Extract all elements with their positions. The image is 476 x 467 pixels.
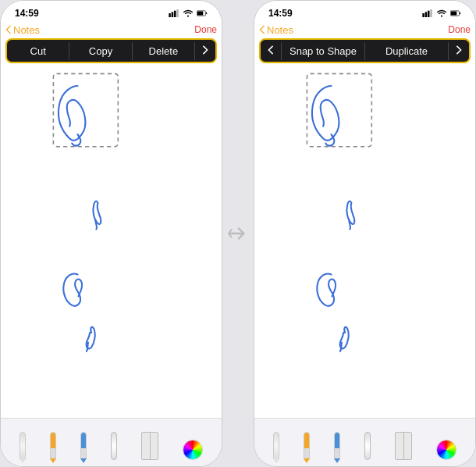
right-back-label: Notes bbox=[267, 24, 293, 36]
r-pencil-white-icon bbox=[273, 432, 279, 460]
copy-button[interactable]: Copy bbox=[69, 42, 132, 60]
wifi-icon bbox=[183, 9, 194, 17]
transition-arrow bbox=[222, 223, 254, 244]
back-button[interactable] bbox=[261, 42, 282, 60]
eraser-icon bbox=[111, 432, 117, 460]
svg-rect-13 bbox=[307, 73, 371, 146]
svg-rect-7 bbox=[422, 13, 424, 17]
duplicate-button[interactable]: Duplicate bbox=[365, 42, 449, 60]
r-pencil-white-tool[interactable] bbox=[273, 426, 279, 460]
r-eraser-icon bbox=[364, 432, 371, 460]
main-container: 14:59 Notes Done bbox=[0, 0, 476, 467]
svg-rect-9 bbox=[428, 11, 430, 17]
pencil-white-tool[interactable] bbox=[20, 426, 26, 460]
color-wheel-icon bbox=[183, 440, 203, 460]
ruler-tool[interactable] bbox=[141, 426, 158, 460]
r-pencil-blue-icon bbox=[334, 432, 340, 460]
color-wheel-tool[interactable] bbox=[183, 426, 203, 460]
snap-to-shape-button[interactable]: Snap to Shape bbox=[282, 42, 365, 60]
left-back-label: Notes bbox=[13, 24, 40, 36]
svg-rect-1 bbox=[172, 12, 174, 17]
r-ruler-icon bbox=[395, 432, 412, 460]
more-button[interactable] bbox=[195, 42, 215, 60]
signal-icon bbox=[422, 9, 433, 17]
right-arrow-icon bbox=[227, 223, 249, 244]
svg-rect-6 bbox=[53, 73, 118, 146]
left-bottom-toolbar bbox=[1, 418, 222, 466]
right-done-button[interactable]: Done bbox=[448, 24, 471, 35]
left-time: 14:59 bbox=[15, 8, 39, 19]
left-nav-bar: Notes Done bbox=[1, 23, 222, 37]
signal-icon bbox=[169, 9, 179, 17]
svg-rect-10 bbox=[430, 9, 432, 17]
wifi-icon bbox=[436, 9, 447, 17]
pencil-orange-tool[interactable] bbox=[50, 426, 56, 460]
right-drawing-area bbox=[254, 66, 475, 359]
r-eraser-tool[interactable] bbox=[364, 426, 371, 460]
r-pencil-orange-icon bbox=[304, 432, 310, 460]
right-canvas-svg bbox=[254, 66, 475, 370]
svg-rect-12 bbox=[451, 11, 457, 15]
right-status-bar: 14:59 bbox=[254, 1, 475, 23]
left-status-bar: 14:59 bbox=[1, 1, 222, 23]
svg-rect-3 bbox=[176, 9, 179, 17]
pencil-blue-tool[interactable] bbox=[80, 426, 87, 460]
svg-rect-2 bbox=[174, 11, 176, 17]
left-phone: 14:59 Notes Done bbox=[0, 0, 222, 467]
left-back-button[interactable]: Notes bbox=[5, 24, 40, 36]
more-right-button[interactable] bbox=[449, 42, 469, 60]
pencil-orange-icon bbox=[50, 432, 56, 460]
left-drawing-area bbox=[1, 66, 222, 359]
battery-icon bbox=[450, 9, 461, 17]
right-status-icons bbox=[422, 9, 461, 17]
svg-rect-8 bbox=[425, 12, 428, 17]
right-phone: 14:59 Notes Done bbox=[254, 0, 476, 467]
right-nav-bar: Notes Done bbox=[254, 23, 475, 37]
left-done-button[interactable]: Done bbox=[194, 24, 217, 35]
left-status-icons bbox=[169, 9, 208, 17]
r-ruler-tool[interactable] bbox=[395, 426, 412, 460]
pencil-blue-icon bbox=[80, 432, 87, 460]
right-back-button[interactable]: Notes bbox=[259, 24, 293, 36]
r-pencil-blue-tool[interactable] bbox=[334, 426, 340, 460]
r-pencil-orange-tool[interactable] bbox=[304, 426, 310, 460]
delete-button[interactable]: Delete bbox=[133, 42, 195, 60]
left-canvas-svg bbox=[1, 66, 222, 370]
right-time: 14:59 bbox=[268, 8, 293, 19]
svg-rect-5 bbox=[197, 11, 204, 15]
left-context-toolbar: Cut Copy Delete bbox=[5, 38, 217, 63]
pencil-white-icon bbox=[20, 432, 26, 460]
ruler-icon bbox=[141, 432, 158, 460]
cut-button[interactable]: Cut bbox=[7, 42, 69, 60]
svg-rect-0 bbox=[169, 13, 171, 17]
r-color-wheel-icon bbox=[436, 440, 456, 460]
eraser-tool[interactable] bbox=[111, 426, 117, 460]
right-bottom-toolbar bbox=[254, 418, 475, 466]
battery-icon bbox=[197, 9, 208, 17]
right-context-toolbar: Snap to Shape Duplicate bbox=[259, 38, 471, 63]
r-color-wheel-tool[interactable] bbox=[436, 426, 456, 460]
